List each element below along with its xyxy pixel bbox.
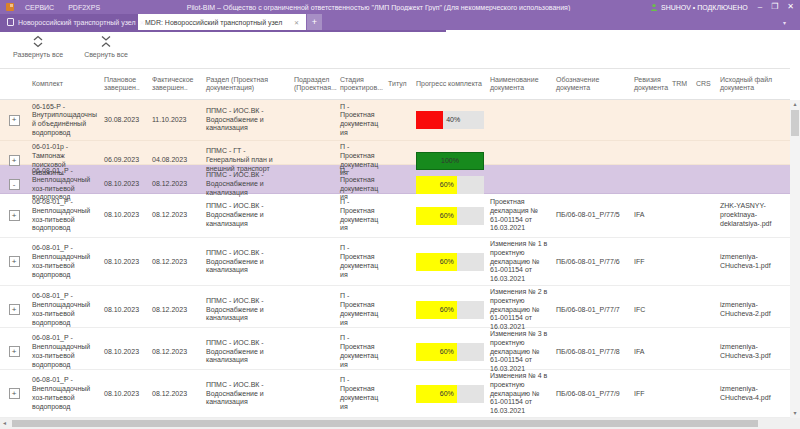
progress-bar: 60% — [416, 343, 484, 361]
tab-close-icon[interactable]: ✕ — [140, 19, 145, 26]
source-file-link[interactable]: izmeneniya-CHucheva-2.pdf — [718, 286, 790, 334]
column-header-podrazdel[interactable]: Подраздел (Проектная... — [292, 69, 338, 99]
collapse-all-label: Свернуть все — [84, 51, 128, 58]
column-header-planned[interactable]: Плановое завершен.. — [102, 69, 150, 99]
revision-cell: IFF — [632, 238, 670, 286]
crs-cell — [694, 100, 718, 140]
scroll-down-arrow-icon[interactable]: ▾ — [790, 409, 800, 418]
progress-bar: 60% — [416, 176, 484, 194]
scroll-left-arrow-icon[interactable]: ◂ — [0, 418, 9, 429]
column-header-titul[interactable]: Титул — [386, 69, 414, 99]
table-body: + 06-165-Р - Внутриплощадочный объединён… — [0, 100, 790, 418]
source-file-link[interactable] — [718, 100, 790, 140]
doc-name-cell: Проектная декларация № 61-001154 от 16.0… — [488, 194, 554, 237]
close-button[interactable]: ✕ — [787, 0, 794, 14]
expand-row-button[interactable]: + — [9, 115, 20, 126]
menu-servis[interactable]: СЕРВИС — [18, 4, 61, 11]
source-file-link[interactable]: ZHK-YASNYY-proektnaya-deklaratsiya-.pdf — [718, 194, 790, 237]
podrazdel-cell — [292, 286, 338, 334]
vertical-scrollbar[interactable]: ▴ ▾ — [790, 100, 800, 418]
table-row[interactable]: + 06-08-01_Р - Внеплощадочный хоз-питьев… — [0, 286, 790, 328]
razdel-cell: ППМС - ИОС.ВК - Водоснабжение и канализа… — [204, 194, 292, 237]
scroll-up-arrow-icon[interactable]: ▴ — [790, 100, 800, 109]
column-header-crs[interactable]: CRS — [694, 69, 718, 99]
doc-code-link[interactable]: ПБ/06-08-01_Р/77/9 — [554, 370, 632, 418]
complect-cell: 06-08-01_Р - Внеплощадочный хоз-питьевой… — [30, 194, 102, 237]
doc-code-link[interactable] — [554, 100, 632, 140]
source-file-link[interactable]: izmeneniya-CHucheva-3.pdf — [718, 328, 790, 376]
table-row[interactable]: + 06-08-01_Р - Внеплощадочный хоз-питьев… — [0, 238, 790, 286]
table-row[interactable]: + 06-01-01р - Тампонаж поисковой скважин… — [0, 141, 790, 165]
actual-date-cell: 08.12.2023 — [150, 328, 204, 376]
doc-code-link[interactable]: ПБ/06-08-01_Р/77/5 — [554, 194, 632, 237]
doc-code-link[interactable]: ПБ/06-08-01_Р/77/6 — [554, 238, 632, 286]
tab-label: Новороссийский транспортный узел — [18, 19, 136, 26]
complect-cell: 06-08-01_Р - Внеплощадочный хоз-питьевой… — [30, 286, 102, 334]
column-header-razdel[interactable]: Раздел (Проектная документация) — [204, 69, 292, 99]
column-header-complect[interactable]: Комплект — [30, 69, 102, 99]
toolbar: Развернуть все Свернуть все — [0, 30, 800, 68]
actual-date-cell: 08.12.2023 — [150, 286, 204, 334]
menu-pdf2xps[interactable]: PDF2XPS — [61, 4, 107, 11]
crs-cell — [694, 238, 718, 286]
app-icon — [6, 3, 14, 11]
user-status-label: SHUHOV • ПОДКЛЮЧЕНО — [661, 4, 748, 11]
vertical-scrollbar-thumb[interactable] — [791, 110, 799, 136]
new-tab-button[interactable]: + — [307, 14, 322, 30]
revision-cell: IFF — [632, 370, 670, 418]
tab-mdr-novorossiysk[interactable]: MDR: Новороссийский транспортный узел ✕ — [138, 14, 306, 30]
progress-bar: 60% — [416, 207, 484, 225]
expand-row-button[interactable]: + — [9, 388, 20, 399]
planned-date-cell: 30.08.2023 — [102, 100, 150, 140]
source-file-link[interactable]: izmeneniya-CHucheva-4.pdf — [718, 370, 790, 418]
table-row[interactable]: + 06-165-Р - Внутриплощадочный объединён… — [0, 100, 790, 141]
trm-cell — [670, 328, 694, 376]
column-header-stage[interactable]: Стадия проектиров... — [338, 69, 386, 99]
doc-code-link[interactable]: ПБ/06-08-01_Р/77/8 — [554, 328, 632, 376]
complect-cell: 06-165-Р - Внутриплощадочный объединённы… — [30, 100, 102, 140]
crs-cell — [694, 370, 718, 418]
tab-overflow-chevron-icon[interactable]: ▾ — [783, 19, 786, 26]
doc-code-link[interactable]: ПБ/06-08-01_Р/77/7 — [554, 286, 632, 334]
collapse-row-button[interactable]: - — [9, 179, 20, 190]
column-header-trm[interactable]: TRM — [670, 69, 694, 99]
table-row-selected[interactable]: - 06-08-01_Р - Внеплощадочный хоз-питьев… — [0, 165, 790, 194]
collapse-all-button[interactable]: Свернуть все — [74, 34, 138, 58]
expand-row-button[interactable]: + — [9, 210, 20, 221]
expand-row-button[interactable]: + — [9, 304, 20, 315]
maximize-button[interactable]: ❐ — [771, 0, 778, 14]
revision-cell — [632, 100, 670, 140]
trm-cell — [670, 194, 694, 237]
stage-cell: П - Проектная документация — [338, 194, 386, 237]
tab-novorossiysk[interactable]: Новороссийский транспортный узел ✕ — [0, 14, 138, 30]
horizontal-scrollbar-thumb[interactable] — [12, 420, 758, 427]
tab-close-icon[interactable]: ✕ — [294, 19, 299, 26]
expand-row-button[interactable]: + — [9, 256, 20, 267]
column-header-doc-code[interactable]: Обозначение документа — [554, 69, 632, 99]
horizontal-scrollbar[interactable]: ◂ — [0, 418, 800, 429]
column-header-progress[interactable]: Прогресс комплекта — [414, 69, 488, 99]
titul-cell — [386, 370, 414, 418]
stage-cell: П - Проектная документация — [338, 238, 386, 286]
column-header-doc-name[interactable]: Наименование документа — [488, 69, 554, 99]
stage-cell: П - Проектная документация — [338, 370, 386, 418]
expand-all-icon — [30, 34, 46, 49]
doc-name-cell: Изменения № 2 в проектную декларацию № 6… — [488, 286, 554, 334]
table-row[interactable]: + 06-08-01_Р - Внеплощадочный хоз-питьев… — [0, 328, 790, 370]
expand-row-button[interactable]: + — [9, 346, 20, 357]
expand-all-button[interactable]: Развернуть все — [6, 34, 70, 58]
document-icon — [7, 18, 14, 26]
titlebar: СЕРВИС PDF2XPS Pilot-BIM – Общество с ог… — [0, 0, 800, 14]
actual-date-cell: 08.12.2023 — [150, 238, 204, 286]
column-header-source-file[interactable]: Исходный файл документа — [718, 69, 790, 99]
minimize-button[interactable]: – — [758, 0, 762, 14]
user-status[interactable]: SHUHOV • ПОДКЛЮЧЕНО — [650, 3, 748, 11]
column-header-actual[interactable]: Фактическое завершен.. — [150, 69, 204, 99]
podrazdel-cell — [292, 328, 338, 376]
source-file-link[interactable]: izmeneniya-CHucheva-1.pdf — [718, 238, 790, 286]
column-header-revision[interactable]: Ревизия документа — [632, 69, 670, 99]
table-row[interactable]: + 06-08-01_Р - Внеплощадочный хоз-питьев… — [0, 370, 790, 418]
planned-date-cell: 08.10.2023 — [102, 194, 150, 237]
actual-date-cell: 08.12.2023 — [150, 370, 204, 418]
table-row[interactable]: + 06-08-01_Р - Внеплощадочный хоз-питьев… — [0, 194, 790, 238]
